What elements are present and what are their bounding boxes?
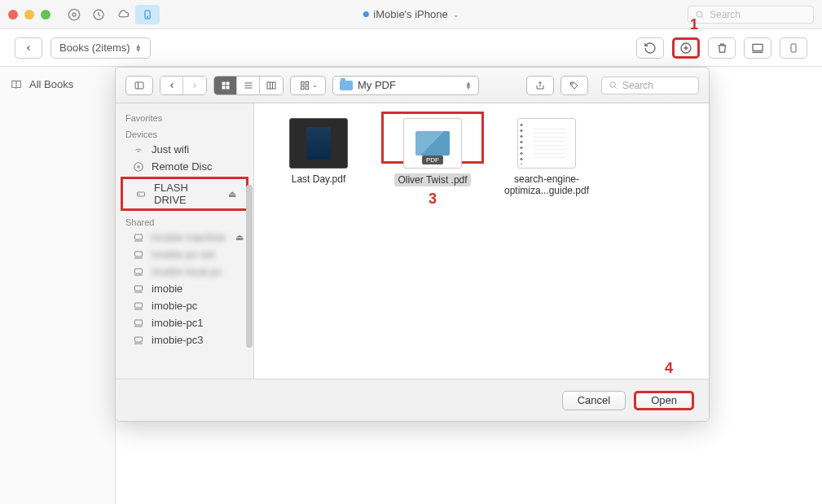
sidebar-label: imobie-pc: [152, 300, 197, 312]
svg-rect-31: [135, 337, 143, 342]
sidebar-item-imobie[interactable]: imobie: [116, 280, 253, 297]
book-icon: [10, 79, 23, 90]
svg-rect-26: [135, 252, 143, 256]
sidebar-item-imobiepc1[interactable]: imobie-pc1: [116, 314, 253, 331]
file-item-olivertwist[interactable]: PDF Oliver Twist .pdf 3: [388, 118, 477, 186]
svg-rect-18: [306, 86, 309, 90]
add-button[interactable]: [672, 37, 700, 59]
nav-forward-button[interactable]: [183, 77, 206, 94]
sidebar-label: imobie-pc1: [152, 317, 204, 329]
svg-rect-25: [135, 234, 143, 239]
icon-view-button[interactable]: [214, 77, 237, 94]
sidebar-label: imobie: [152, 283, 182, 295]
traffic-lights: [8, 10, 51, 20]
all-books-item[interactable]: All Books: [0, 75, 115, 94]
sidebar-label: imobie pc net: [152, 248, 214, 261]
file-item-lastday[interactable]: Last Day.pdf: [274, 118, 363, 185]
path-selector[interactable]: My PDF ▲▼: [332, 76, 479, 95]
svg-point-22: [138, 165, 139, 167]
dialog-body: Favorites Devices Just wifi 2 Remote Dis…: [116, 103, 709, 379]
category-panel: All Books: [0, 67, 116, 504]
svg-point-20: [610, 82, 615, 87]
list-view-button[interactable]: [237, 77, 260, 94]
breadcrumb-label: Books (2items): [59, 42, 130, 54]
back-button[interactable]: [15, 37, 42, 59]
open-label: Open: [651, 394, 677, 406]
file-thumbnail: [289, 118, 348, 169]
nav-back-button[interactable]: [160, 77, 183, 94]
status-dot-icon: [363, 11, 368, 17]
file-thumbnail: PDF: [403, 118, 462, 169]
breadcrumb-selector[interactable]: Books (2items) ▲▼: [51, 37, 151, 59]
view-mode-buttons: [213, 76, 284, 95]
disc-icon: [132, 161, 145, 172]
file-grid: Last Day.pdf PDF Oliver Twist .pdf 3 sea…: [254, 103, 709, 379]
window-title[interactable]: iMobie's iPhone ⌄: [363, 8, 459, 20]
dialog-search-input[interactable]: Search: [601, 77, 699, 94]
sidebar-item-shared[interactable]: imobie machine ⏏: [116, 229, 253, 246]
sidebar-toggle-button[interactable]: [125, 76, 153, 95]
tag-button[interactable]: [560, 76, 588, 95]
sidebar-label: FLASH DRIVE: [154, 182, 222, 206]
eject-icon[interactable]: ⏏: [235, 232, 244, 243]
annotation-4: 4: [665, 360, 673, 377]
open-button[interactable]: Open: [634, 391, 694, 410]
sidebar-item-remotedisc[interactable]: Remote Disc: [116, 158, 253, 175]
drive-icon: [134, 189, 147, 199]
svg-rect-12: [222, 85, 225, 89]
sidebar-item-justwifi[interactable]: Just wifi: [116, 141, 253, 158]
file-open-dialog: ⌄ My PDF ▲▼ Search Favorites Devices Jus…: [115, 67, 710, 422]
sidebar-item-imobiepc[interactable]: imobie-pc: [116, 297, 253, 314]
updown-icon: ▲▼: [135, 44, 142, 52]
export-to-mac-button[interactable]: [744, 37, 771, 59]
updown-icon: ▲▼: [465, 81, 472, 90]
minimize-window-button[interactable]: [24, 10, 34, 20]
cancel-label: Cancel: [578, 394, 610, 406]
history-tab-icon[interactable]: [86, 5, 111, 24]
svg-point-24: [138, 194, 139, 195]
refresh-button[interactable]: [636, 37, 664, 59]
computer-icon: [132, 249, 145, 260]
svg-rect-7: [753, 44, 763, 50]
device-tab-icon[interactable]: [135, 5, 160, 24]
annotation-1: 1: [690, 16, 698, 33]
svg-point-19: [572, 83, 574, 85]
sidebar-label: imobie machine: [152, 231, 226, 243]
cloud-tab-icon[interactable]: [111, 5, 135, 24]
share-button[interactable]: [526, 76, 554, 95]
delete-button[interactable]: [708, 37, 736, 59]
music-tab-icon[interactable]: [62, 5, 86, 24]
dialog-footer: 4 Cancel Open: [116, 379, 709, 421]
maximize-window-button[interactable]: [41, 10, 51, 20]
file-item-seo[interactable]: search-engine-optimiza...guide.pdf: [502, 118, 591, 196]
sidebar-section-devices: Devices: [116, 125, 253, 141]
svg-rect-9: [135, 82, 143, 89]
svg-rect-30: [135, 320, 143, 325]
global-search-input[interactable]: Search: [688, 6, 814, 24]
arrange-button[interactable]: ⌄: [290, 76, 326, 95]
window-titlebar: iMobie's iPhone ⌄ Search: [0, 0, 822, 29]
eject-icon[interactable]: ⏏: [228, 189, 236, 199]
computer-icon: [132, 318, 145, 328]
sidebar-item-shared[interactable]: imobie local pc: [116, 263, 253, 280]
column-view-button[interactable]: [260, 77, 283, 94]
sidebar-item-imobiepc3[interactable]: imobie-pc3: [116, 331, 253, 348]
dialog-toolbar: ⌄ My PDF ▲▼ Search: [116, 68, 709, 103]
all-books-label: All Books: [29, 78, 73, 90]
svg-rect-28: [135, 286, 143, 291]
chevron-down-icon: ⌄: [453, 11, 459, 19]
computer-icon: [132, 232, 145, 243]
close-window-button[interactable]: [8, 10, 18, 20]
scrollbar[interactable]: [246, 185, 253, 348]
cancel-button[interactable]: Cancel: [562, 391, 626, 410]
sidebar-item-flashdrive[interactable]: FLASH DRIVE ⏏: [121, 177, 248, 211]
sidebar-item-shared[interactable]: imobie pc net: [116, 246, 253, 263]
svg-rect-16: [306, 81, 309, 85]
device-name-label: iMobie's iPhone: [373, 8, 447, 20]
dialog-search-placeholder: Search: [622, 80, 653, 91]
sidebar-label: imobie-pc3: [152, 334, 204, 346]
export-to-device-button[interactable]: [780, 37, 807, 59]
svg-point-21: [134, 162, 143, 171]
computer-icon: [132, 300, 145, 311]
finder-sidebar: Favorites Devices Just wifi 2 Remote Dis…: [116, 103, 254, 379]
